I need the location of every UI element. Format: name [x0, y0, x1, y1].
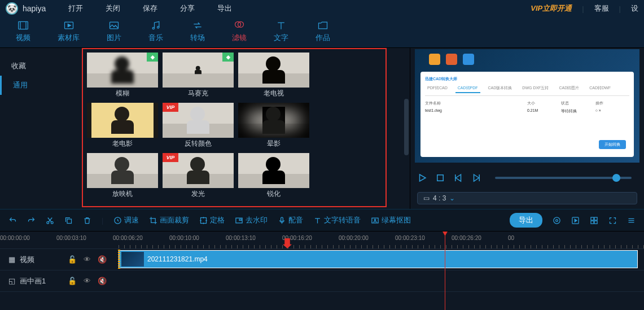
sidebar-general[interactable]: 通用: [0, 76, 76, 95]
filter-item[interactable]: 放映机: [86, 153, 159, 200]
tab-transition[interactable]: 转场: [190, 20, 205, 47]
menu-save[interactable]: 保存: [143, 3, 157, 14]
dub-button[interactable]: 配音: [278, 215, 303, 225]
sidebar-fav[interactable]: 收藏: [0, 56, 76, 76]
filter-item[interactable]: 老电视: [238, 53, 310, 99]
menu-close[interactable]: 关闭: [106, 3, 120, 14]
filter-item[interactable]: 锐化: [238, 153, 310, 200]
tab-works[interactable]: 作品: [316, 20, 330, 47]
aspect-ratio-select[interactable]: ▭4 : 3⌄: [417, 192, 637, 204]
tab-image[interactable]: 图片: [107, 20, 121, 47]
svg-marker-4: [68, 24, 71, 27]
preview-convert-btn: 开始转换: [599, 140, 626, 149]
tab-video[interactable]: 视频: [16, 20, 30, 47]
prev-button[interactable]: [453, 173, 463, 183]
export-button[interactable]: 导出: [510, 213, 542, 228]
filter-label: 老电影: [112, 139, 133, 149]
preview-window-title: 迅捷CAD转换大师: [425, 76, 629, 82]
mute-icon[interactable]: 🔇: [98, 277, 107, 285]
tab-library[interactable]: 素材库: [58, 20, 80, 47]
svg-rect-30: [591, 217, 594, 220]
tts-button[interactable]: 文字转语音: [313, 215, 361, 225]
cut-button[interactable]: [46, 216, 54, 225]
menu-export[interactable]: 导出: [217, 3, 232, 14]
crop-button[interactable]: 画面裁剪: [149, 215, 189, 225]
filter-label: 锐化: [267, 189, 281, 199]
greenscreen-button[interactable]: 绿幕抠图: [371, 215, 411, 225]
lock-icon[interactable]: 🔓: [68, 277, 77, 285]
pip-icon: ◱: [8, 277, 15, 285]
filter-item[interactable]: ◆模糊: [86, 53, 159, 99]
svg-marker-14: [474, 174, 479, 181]
filter-item[interactable]: VIP反转颜色: [162, 103, 234, 150]
playhead[interactable]: [445, 232, 445, 310]
tab-music[interactable]: 音乐: [148, 20, 163, 47]
lock-icon[interactable]: 🔓: [68, 255, 77, 264]
copy-button[interactable]: [64, 216, 73, 225]
freeze-button[interactable]: 定格: [199, 215, 225, 225]
tab-library-label: 素材库: [58, 33, 80, 43]
filter-item[interactable]: VIP发光: [162, 153, 234, 200]
scrollbar[interactable]: [404, 99, 409, 155]
grid-icon[interactable]: [590, 216, 598, 225]
svg-rect-0: [19, 21, 28, 29]
top-bar: 🐼 hapiya 打开 关闭 保存 分享 导出 VIP立即开通 | 客服 | 设: [0, 0, 644, 17]
fullscreen-icon[interactable]: [608, 216, 617, 225]
svg-rect-11: [437, 175, 444, 181]
track-pip: ◱画中画1 🔓👁🔇: [0, 270, 644, 291]
preview-th-name: 文件名称: [425, 101, 527, 106]
tts-label: 文字转语音: [324, 215, 361, 225]
menu-icon[interactable]: [627, 216, 636, 225]
vip-link[interactable]: VIP立即开通: [531, 3, 572, 14]
filter-item[interactable]: ◆马赛克: [162, 53, 234, 99]
play-icon[interactable]: [571, 216, 580, 225]
tab-text[interactable]: 文字: [274, 20, 288, 47]
eye-icon[interactable]: 👁: [84, 255, 91, 264]
filter-label: 晕影: [267, 139, 281, 149]
svg-point-26: [556, 219, 558, 221]
app-logo: 🐼: [6, 2, 18, 15]
svg-marker-12: [456, 174, 461, 181]
svg-rect-31: [594, 217, 597, 220]
settings-icon[interactable]: [553, 216, 561, 225]
chevron-down-icon: ⌄: [449, 194, 455, 202]
menu-open[interactable]: 打开: [68, 3, 83, 14]
undo-button[interactable]: [8, 216, 17, 225]
settings-link[interactable]: 设: [631, 3, 638, 14]
preview-th-size: 大小: [527, 101, 561, 106]
preview-row-status: 等待转换: [561, 108, 595, 114]
service-link[interactable]: 客服: [594, 3, 609, 14]
time-ruler[interactable]: 00:00:00:0000:00:03:1000:00:06:2000:00:1…: [0, 232, 644, 248]
filter-item[interactable]: 晕影: [238, 103, 310, 150]
eye-icon[interactable]: 👁: [84, 277, 91, 285]
filter-item[interactable]: 老电影: [86, 103, 159, 150]
svg-point-6: [152, 27, 154, 29]
mute-icon[interactable]: 🔇: [98, 255, 107, 264]
tab-image-label: 图片: [107, 33, 121, 43]
next-button[interactable]: [471, 173, 481, 183]
top-right: VIP立即开通 | 客服 | 设: [531, 3, 638, 14]
preview-app-window: 迅捷CAD转换大师 PDF转CADCAD转PDFCAD版本转换DWG DXF互转…: [420, 72, 634, 157]
svg-marker-29: [575, 219, 577, 222]
seek-bar[interactable]: [495, 177, 632, 179]
stop-button[interactable]: [435, 173, 445, 183]
play-controls: [410, 164, 644, 192]
svg-rect-32: [591, 221, 594, 224]
speed-button[interactable]: 调速: [113, 215, 139, 225]
preview-area: 迅捷CAD转换大师 PDF转CADCAD转PDFCAD版本转换DWG DXF互转…: [410, 48, 644, 209]
video-clip[interactable]: 202111231821.mp4: [119, 250, 638, 268]
svg-rect-18: [67, 219, 72, 224]
preview-viewport[interactable]: 迅捷CAD转换大师 PDF转CADCAD转PDFCAD版本转换DWG DXF互转…: [415, 49, 639, 163]
redo-button[interactable]: [27, 216, 36, 225]
svg-marker-10: [420, 174, 426, 181]
tab-video-label: 视频: [16, 33, 30, 43]
play-button[interactable]: [417, 173, 427, 183]
tab-filter[interactable]: 滤镜: [232, 20, 247, 47]
filter-label: 反转颜色: [185, 139, 212, 149]
watermark-button[interactable]: 去水印: [235, 215, 268, 225]
delete-button[interactable]: [83, 216, 91, 225]
menu-share[interactable]: 分享: [180, 3, 195, 14]
track-extra: [0, 291, 644, 310]
svg-rect-22: [240, 219, 242, 221]
svg-rect-33: [594, 221, 597, 224]
